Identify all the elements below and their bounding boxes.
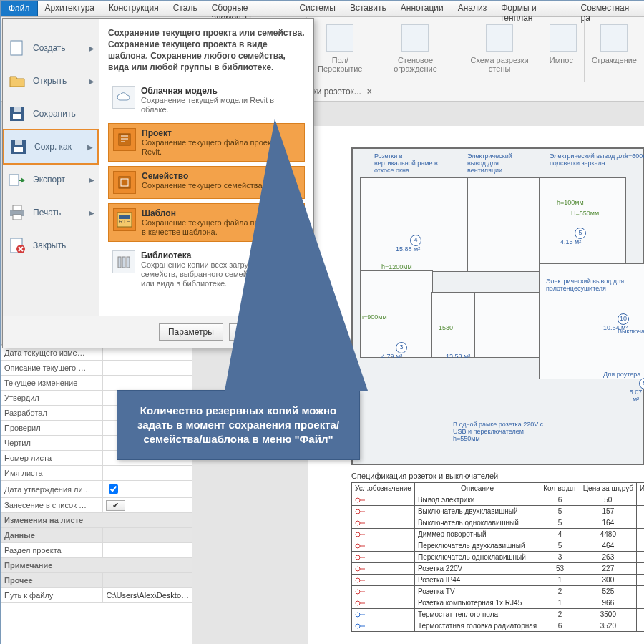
- qty-cell: 6: [540, 620, 580, 632]
- desc-cell: Розетка IP44: [414, 575, 540, 586]
- svg-point-11: [356, 624, 360, 628]
- svg-point-1: [356, 509, 360, 514]
- symbol-cell: [352, 517, 415, 529]
- svg-point-6: [356, 567, 360, 571]
- svg-rect-17: [14, 147, 23, 152]
- svg-point-10: [356, 613, 360, 617]
- qty-cell: 6: [540, 494, 580, 506]
- symbol-cell: [352, 540, 415, 552]
- room-tag: 3: [396, 342, 407, 353]
- file-export[interactable]: Экспорт▶: [3, 163, 99, 196]
- svg-rect-14: [13, 114, 21, 119]
- tab-massing[interactable]: Формы и генплан: [494, 1, 573, 16]
- file-saveas[interactable]: Сохр. как▶: [3, 129, 99, 165]
- annotation-callout: Количество резервных копий можно задать …: [117, 390, 360, 460]
- qty-cell: 5: [540, 540, 580, 552]
- svg-point-2: [356, 521, 360, 525]
- total-cell: 789: [637, 552, 644, 563]
- close-icon[interactable]: ×: [367, 87, 372, 97]
- desc-cell: Выключатель двухклавишный: [414, 506, 540, 517]
- svg-point-7: [356, 578, 360, 582]
- tab-insert[interactable]: Вставить: [343, 1, 394, 16]
- qty-cell: 5: [540, 517, 580, 529]
- qty-cell: 2: [540, 586, 580, 597]
- open-icon: [7, 71, 27, 91]
- price-cell: 3520: [580, 620, 636, 632]
- edit-button[interactable]: ✔: [106, 500, 125, 511]
- desc-cell: Выключатель одноклавишный: [414, 517, 540, 529]
- room-tag: 9: [639, 378, 644, 389]
- tab-structure[interactable]: Конструкция: [102, 1, 166, 16]
- price-cell: 4480: [580, 529, 636, 540]
- svg-point-9: [356, 601, 360, 605]
- svg-rect-26: [119, 177, 130, 188]
- schedule-title: Спецификация розеток и выключателей: [351, 469, 644, 482]
- file-open[interactable]: Открыть▶: [3, 64, 99, 97]
- curtain-grid-icon: [486, 24, 513, 52]
- ribbon-grid[interactable]: Схема разрезки стены: [457, 17, 542, 82]
- symbol-cell: [352, 552, 415, 563]
- ribbon-floor[interactable]: Пол/Перекрытие: [307, 17, 374, 82]
- svg-rect-15: [14, 107, 21, 112]
- desc-cell: Диммер поворотный: [414, 529, 540, 540]
- saveas-cloud[interactable]: Облачная модельСохранение текущей модели…: [108, 82, 305, 119]
- file-close[interactable]: Закрыть: [3, 229, 99, 262]
- tab-file[interactable]: Файл: [1, 1, 38, 16]
- symbol-cell: [352, 506, 415, 517]
- mullion-icon: [550, 24, 577, 52]
- tab-analyze[interactable]: Анализ: [451, 1, 494, 16]
- qty-cell: 53: [540, 563, 580, 575]
- svg-rect-30: [118, 257, 121, 268]
- saveas-description: Сохранение текущего проекта или семейств…: [108, 27, 305, 73]
- curtain-wall-icon: [401, 24, 429, 52]
- price-cell: 164: [580, 517, 636, 529]
- save-icon: [7, 104, 27, 124]
- ribbon-railing[interactable]: Ограждение: [585, 17, 644, 82]
- svg-point-3: [356, 532, 360, 537]
- file-print[interactable]: Печать▶: [3, 196, 99, 229]
- export-icon: [7, 170, 27, 190]
- project-icon: [113, 128, 136, 151]
- total-cell: 820: [637, 517, 644, 529]
- symbol-cell: [352, 620, 415, 632]
- tab-architecture[interactable]: Архитектура: [38, 1, 102, 16]
- price-cell: 50: [580, 494, 636, 506]
- ribbon-mullion[interactable]: Импост: [542, 17, 585, 82]
- file-menu-left: Создать▶ Открыть▶ Сохранить Сохр. как▶ Э…: [3, 19, 99, 316]
- price-cell: 227: [580, 563, 636, 575]
- symbol-cell: [352, 597, 415, 609]
- price-cell: 966: [580, 597, 636, 609]
- tab-precast[interactable]: Сборные элементы: [205, 1, 293, 16]
- tab-collab[interactable]: Совместная ра: [573, 1, 644, 16]
- cloud-icon: [112, 86, 135, 109]
- total-cell: 12031: [637, 563, 644, 575]
- template-icon: RTE: [113, 208, 136, 231]
- svg-point-0: [356, 498, 360, 502]
- svg-rect-18: [15, 140, 22, 145]
- svg-text:RTE: RTE: [119, 218, 130, 225]
- checkbox-input[interactable]: [109, 484, 118, 494]
- svg-rect-21: [13, 205, 21, 210]
- desc-cell: Розетка компьютерная 1х RJ45: [414, 597, 540, 609]
- file-new[interactable]: Создать▶: [3, 31, 99, 64]
- tab-annotate[interactable]: Аннотации: [394, 1, 451, 16]
- total-cell: 17920: [637, 529, 644, 540]
- tab-systems[interactable]: Системы: [293, 1, 343, 16]
- price-cell: 300: [580, 575, 636, 586]
- ribbon-tabs: Файл Архитектура Конструкция Сталь Сборн…: [1, 1, 644, 17]
- qty-cell: 2: [540, 609, 580, 620]
- properties-panel: Дата текущего изме… Описание текущего … …: [1, 344, 192, 644]
- ribbon-curtain[interactable]: Стеновое ограждение: [374, 17, 458, 82]
- total-cell: 300: [637, 494, 644, 506]
- options-button[interactable]: Параметры: [159, 323, 223, 341]
- room-tag: 5: [575, 228, 586, 239]
- symbol-cell: [352, 494, 415, 506]
- symbol-cell: [352, 586, 415, 597]
- price-cell: 464: [580, 540, 636, 552]
- desc-cell: Розетка TV: [414, 586, 540, 597]
- desc-cell: Переключатель одноклавишный: [414, 552, 540, 563]
- price-cell: 157: [580, 506, 636, 517]
- svg-rect-31: [122, 257, 125, 268]
- file-save[interactable]: Сохранить: [3, 97, 99, 130]
- tab-steel[interactable]: Сталь: [166, 1, 205, 16]
